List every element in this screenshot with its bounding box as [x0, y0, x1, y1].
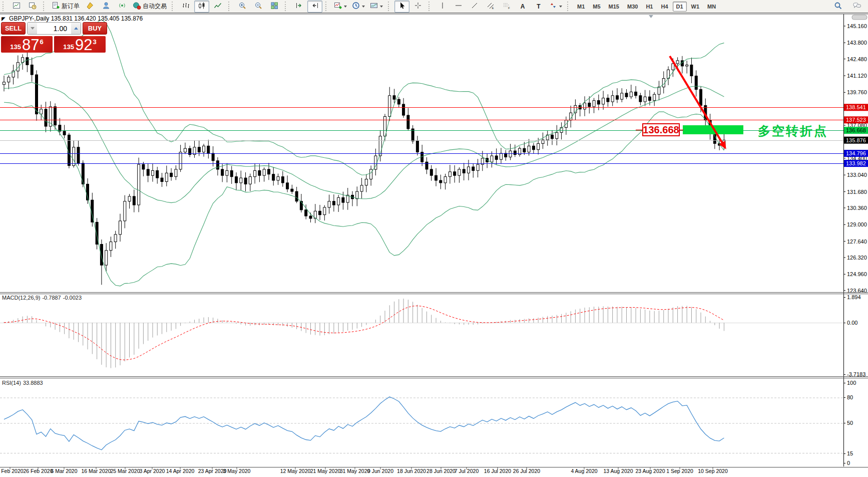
- price-axis[interactable]: 145.160143.800142.480141.120139.760137.0…: [843, 23, 868, 294]
- crosshair-button[interactable]: [410, 1, 425, 13]
- bars-chart-icon: [182, 2, 190, 12]
- auto-scroll-button[interactable]: [291, 1, 306, 13]
- hline-icon: [455, 2, 463, 12]
- zoom-out-button[interactable]: [251, 1, 266, 13]
- templates-icon: [370, 2, 378, 12]
- new-order-button[interactable]: 新订单: [50, 1, 82, 13]
- timeframe-h4-button[interactable]: H4: [657, 2, 671, 12]
- macd-window-label: MACD(12,26,9)-0.7887-0.0023: [2, 295, 84, 301]
- svg-text:F: F: [508, 6, 510, 9]
- templates-button[interactable]: [368, 1, 385, 13]
- chart-profiles-button[interactable]: [25, 1, 40, 13]
- search-button[interactable]: [830, 1, 845, 13]
- caret-up-icon: [74, 27, 78, 30]
- sell-price-big: 87: [22, 38, 39, 52]
- timeframe-m15-button[interactable]: M15: [605, 2, 623, 12]
- bars-chart-button[interactable]: [178, 1, 193, 13]
- timeframe-d1-button[interactable]: D1: [673, 2, 687, 12]
- community-button[interactable]: [99, 1, 114, 13]
- candlestick-chart-button[interactable]: [194, 1, 209, 13]
- auto-scroll-icon: [295, 2, 303, 12]
- signals-button[interactable]: [115, 1, 130, 13]
- macd-axis[interactable]: 1.8940.00-3.7183: [843, 294, 865, 377]
- date-axis[interactable]: 7 Feb 202026 Feb 20206 Mar 202016 Mar 20…: [0, 467, 728, 474]
- volume-up-button[interactable]: [71, 23, 81, 34]
- buy-price-sup: 3: [93, 37, 96, 46]
- timeframe-m5-button[interactable]: M5: [589, 2, 604, 12]
- fibonacci-button[interactable]: F: [499, 1, 514, 13]
- svg-text:143.800: 143.800: [847, 40, 867, 46]
- svg-text:26 Jul 2020: 26 Jul 2020: [513, 468, 540, 474]
- buy-button[interactable]: BUY: [83, 22, 107, 35]
- caret-down-icon: [559, 6, 562, 8]
- volume-down-button[interactable]: [28, 23, 37, 34]
- zoom-in-button[interactable]: [235, 1, 250, 13]
- cursor-button[interactable]: [394, 1, 409, 13]
- line-chart-button[interactable]: [210, 1, 225, 13]
- buy-price-panel[interactable]: 135 92 3: [54, 36, 106, 53]
- periods-button[interactable]: [350, 1, 367, 13]
- trendline-button[interactable]: [467, 1, 482, 13]
- sell-price-panel[interactable]: 135 87 6: [1, 36, 53, 53]
- timeframe-w1-button[interactable]: W1: [688, 2, 703, 12]
- chart-shift-button[interactable]: [307, 1, 322, 13]
- svg-text:127.640: 127.640: [847, 238, 867, 245]
- volume-stepper: [27, 22, 81, 35]
- caret-down-icon: [362, 6, 365, 8]
- svg-text:3 Apr 2020: 3 Apr 2020: [140, 468, 165, 474]
- svg-text:15: 15: [847, 450, 853, 456]
- price-callout-box[interactable]: 136.668: [642, 123, 680, 136]
- toolbar-grip: [285, 2, 289, 11]
- collapse-ohlc-icon[interactable]: ◤: [2, 16, 6, 22]
- timeframe-h1-button[interactable]: H1: [642, 2, 656, 12]
- timeframe-mn-button[interactable]: MN: [704, 2, 719, 12]
- chart-wizard-button[interactable]: [83, 1, 98, 13]
- autotrading-button[interactable]: 自动交易: [131, 1, 169, 13]
- toolbar-grip: [567, 2, 571, 11]
- toolbar-grip: [325, 2, 329, 11]
- channel-button[interactable]: E: [483, 1, 498, 13]
- hline-button[interactable]: [451, 1, 466, 13]
- indicators-button[interactable]: [332, 1, 349, 13]
- text-button[interactable]: A: [515, 1, 530, 13]
- new-chart-button[interactable]: [9, 1, 24, 13]
- svg-text:1 Sep 2020: 1 Sep 2020: [666, 468, 693, 474]
- svg-text:28 Jun 2020: 28 Jun 2020: [426, 468, 456, 474]
- timeframe-m30-button[interactable]: M30: [624, 2, 641, 12]
- svg-text:0: 0: [847, 460, 850, 466]
- toolbar-grip: [388, 2, 392, 11]
- sell-button[interactable]: SELL: [1, 22, 26, 35]
- text-label-button[interactable]: T: [531, 1, 546, 13]
- tile-windows-button[interactable]: [267, 1, 282, 13]
- svg-text:6 Mar 2020: 6 Mar 2020: [51, 468, 77, 474]
- autotrading-icon: [133, 2, 141, 12]
- svg-text:124.960: 124.960: [847, 271, 867, 277]
- chart-canvas[interactable]: 145.160143.800142.480141.120139.760137.0…: [0, 0, 868, 477]
- chart-wizard-icon: [86, 2, 95, 12]
- scrollbar-thumb[interactable]: [852, 15, 867, 20]
- buy-price-prefix: 135: [63, 43, 74, 51]
- symbol-period-label: GBPJPY-,Daily: [9, 15, 49, 22]
- svg-text:126.320: 126.320: [847, 255, 867, 261]
- svg-text:23 Apr 2020: 23 Apr 2020: [198, 468, 227, 474]
- autotrading-label: 自动交易: [143, 2, 167, 11]
- chat-button[interactable]: [849, 1, 864, 13]
- chart-frame: [0, 14, 868, 467]
- vline-button[interactable]: [435, 1, 450, 13]
- rsi-window: [0, 397, 843, 453]
- svg-text:4 Aug 2020: 4 Aug 2020: [571, 468, 597, 474]
- svg-text:145.160: 145.160: [847, 23, 867, 29]
- fibonacci-icon: F: [503, 2, 511, 12]
- caret-down-icon: [31, 27, 35, 30]
- chat-icon: [853, 2, 861, 12]
- svg-text:0.00: 0.00: [847, 320, 857, 326]
- arrows-button[interactable]: [547, 1, 564, 13]
- volume-input[interactable]: [37, 23, 71, 34]
- timeframe-m1-button[interactable]: M1: [574, 2, 588, 12]
- tile-windows-icon: [270, 2, 279, 12]
- turning-point-annotation[interactable]: 多空转折点: [758, 123, 828, 139]
- rsi-axis[interactable]: 1008050150: [843, 380, 856, 466]
- macd-signal-line: [4, 306, 724, 360]
- text-label-label: T: [537, 3, 540, 10]
- cursor-icon: [398, 2, 406, 12]
